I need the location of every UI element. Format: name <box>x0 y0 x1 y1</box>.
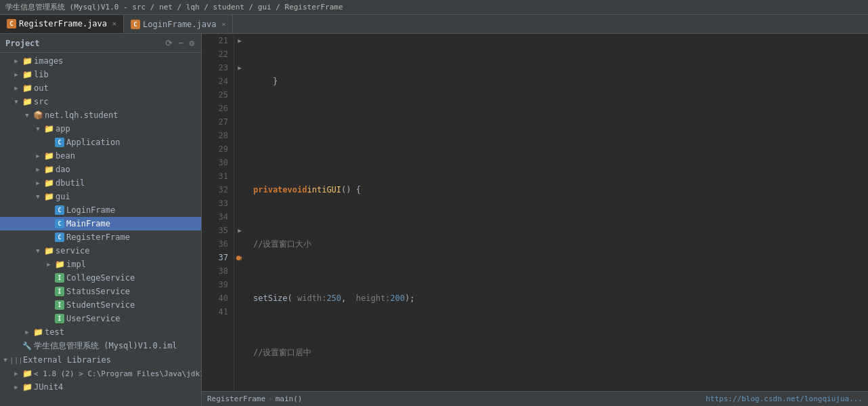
tree-item-loginframe[interactable]: C LoginFrame <box>0 203 201 217</box>
ln-30: 30 <box>207 156 228 169</box>
label-package: net.lqh.student <box>45 110 118 120</box>
tree-item-images[interactable]: 📁 images <box>0 54 201 68</box>
label-gui: gui <box>56 192 70 201</box>
tab-close-login[interactable]: ✕ <box>221 20 225 28</box>
tree-item-jdk[interactable]: 📁 < 1.8 (2) > C:\Program Files\Java\jdk1… <box>0 367 201 380</box>
folder-icon-app: 📁 <box>43 123 54 134</box>
arrow-dbutil <box>32 178 43 188</box>
gutter-35: ▶ <box>234 224 245 237</box>
tree-item-test[interactable]: 📁 test <box>0 325 201 339</box>
tab-icon-login: C <box>131 20 140 29</box>
folder-icon-src: 📁 <box>22 96 32 107</box>
label-dao: dao <box>56 165 70 174</box>
label-service: service <box>56 246 90 256</box>
folder-icon-service: 📁 <box>43 245 54 256</box>
code-line-26: //设置窗口居中 <box>253 346 863 359</box>
tree-item-service[interactable]: 📁 service <box>0 244 201 258</box>
tree-item-app[interactable]: 📁 app <box>0 122 201 136</box>
folder-icon-out: 📁 <box>22 83 32 94</box>
tab-login[interactable]: C LoginFrame.java ✕ <box>124 15 233 33</box>
label-dbutil: dbutil <box>56 178 85 188</box>
tree-item-statusservice[interactable]: I StatusService <box>0 285 201 298</box>
ln-31: 31 <box>207 169 228 183</box>
ln-39: 39 <box>207 278 228 291</box>
tree-item-dbutil[interactable]: 📁 dbutil <box>0 176 201 190</box>
arrow-gui <box>32 191 43 202</box>
label-app: app <box>56 124 70 134</box>
arrow-lib <box>11 69 22 80</box>
gutter-33 <box>234 197 245 210</box>
tree-item-lib[interactable]: 📁 lib <box>0 68 201 81</box>
folder-icon-gui: 📁 <box>43 191 54 202</box>
tab-label-register: RegisterFrame.java <box>19 19 107 28</box>
folder-icon-dao: 📁 <box>43 164 54 175</box>
ln-37: 37 <box>207 251 228 264</box>
label-junit4: JUnit4 <box>34 382 63 392</box>
ln-25: 25 <box>207 88 228 102</box>
sidebar-header: Project ⟳ − ⚙ <box>0 34 201 53</box>
gutter-23: ▶ <box>234 61 245 75</box>
code-line-22 <box>253 129 863 142</box>
breadcrumb-register: RegisterFrame <box>207 394 265 403</box>
arrow-images <box>11 56 22 66</box>
arrow-jdk <box>11 368 22 379</box>
label-lib: lib <box>34 70 49 79</box>
breadcrumb: RegisterFrame › main() <box>207 394 302 403</box>
sidebar-settings-btn[interactable]: ⚙ <box>188 37 196 49</box>
tree-item-impl[interactable]: 📁 impl <box>0 258 201 271</box>
tree-item-src[interactable]: 📁 src <box>0 95 201 108</box>
tree-item-gui[interactable]: 📁 gui <box>0 190 201 203</box>
gutter-27 <box>234 115 245 129</box>
tree-item-collegeservice[interactable]: I CollegeService <box>0 271 201 285</box>
label-impl: impl <box>66 260 86 269</box>
code-area[interactable]: 21 22 23 24 25 26 27 28 29 30 31 32 33 3… <box>202 34 868 391</box>
gutter-22 <box>234 47 245 61</box>
tree-item-registerframe[interactable]: C RegisterFrame <box>0 230 201 244</box>
label-registerframe: RegisterFrame <box>66 232 130 242</box>
tree-item-iml[interactable]: 🔧 学生信息管理系统 (Mysql)V1.0.iml <box>0 339 201 353</box>
gutter-41 <box>234 305 245 319</box>
tree-item-external-libs[interactable]: ||| External Libraries <box>0 353 201 367</box>
tree-container: 📁 images 📁 lib 📁 out 📁 <box>0 53 201 406</box>
arrow-bean <box>32 150 43 161</box>
tree-item-dao[interactable]: 📁 dao <box>0 163 201 176</box>
label-external-libs: External Libraries <box>23 355 111 365</box>
gutter-24 <box>234 75 245 88</box>
package-icon: 📦 <box>32 110 43 121</box>
gutter-31 <box>234 169 245 183</box>
code-line-21: } <box>253 75 863 88</box>
gutter-21: ▶ <box>234 34 245 47</box>
tree-item-application[interactable]: C Application <box>0 136 201 149</box>
label-studentservice: StudentService <box>66 300 135 310</box>
folder-icon-test: 📁 <box>32 327 43 338</box>
code-content[interactable]: } private void intiGUI() { //设置窗口大小 setS… <box>248 34 868 391</box>
iml-icon: 🔧 <box>22 341 32 352</box>
label-userservice: UserService <box>66 314 120 323</box>
tree-item-out[interactable]: 📁 out <box>0 81 201 95</box>
folder-icon-dbutil: 📁 <box>43 178 54 188</box>
gutter-25 <box>234 88 245 102</box>
tab-register[interactable]: C RegisterFrame.java ✕ <box>0 15 124 33</box>
folder-icon-bean: 📁 <box>43 150 54 161</box>
tree-item-userservice[interactable]: I UserService <box>0 312 201 325</box>
label-statusservice: StatusService <box>66 287 130 296</box>
tree-item-mainframe[interactable]: C MainFrame <box>0 217 201 230</box>
sidebar-sync-btn[interactable]: ⟳ <box>164 37 174 49</box>
tree-item-bean[interactable]: 📁 bean <box>0 149 201 163</box>
arrow-out <box>11 83 22 94</box>
tree-item-package[interactable]: 📦 net.lqh.student <box>0 108 201 122</box>
label-jdk: < 1.8 (2) > C:\Program Files\Java\jdk1.8… <box>34 369 201 378</box>
tab-close-register[interactable]: ✕ <box>112 20 116 27</box>
code-line-23: private void intiGUI() { <box>253 183 863 197</box>
ln-40: 40 <box>207 291 228 305</box>
tree-item-studentservice[interactable]: I StudentService <box>0 298 201 312</box>
ln-38: 38 <box>207 264 228 278</box>
sidebar-collapse-btn[interactable]: − <box>177 37 185 49</box>
ln-41: 41 <box>207 305 228 319</box>
tree-item-junit4[interactable]: 📁 JUnit4 <box>0 380 201 394</box>
arrow-app <box>32 123 43 134</box>
code-editor[interactable]: 21 22 23 24 25 26 27 28 29 30 31 32 33 3… <box>202 34 868 406</box>
label-mainframe: MainFrame <box>66 219 110 228</box>
arrow-package <box>22 110 32 121</box>
folder-icon-impl: 📁 <box>54 259 65 270</box>
